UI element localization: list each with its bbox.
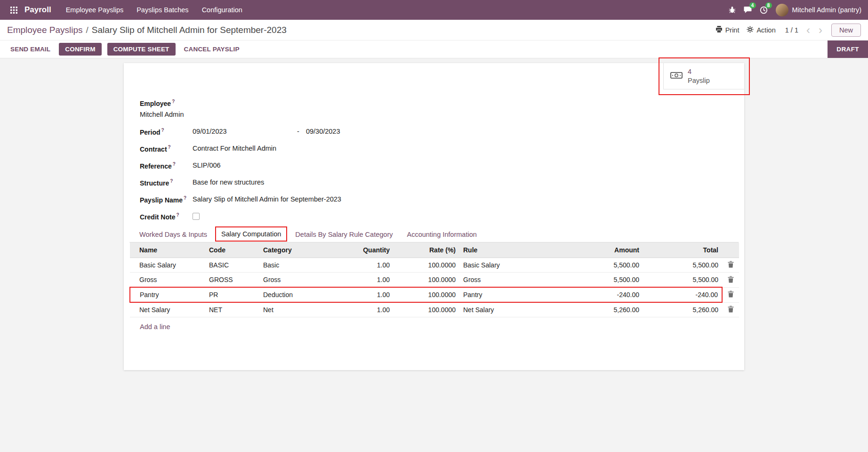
- cell-total: 5,500.00: [643, 258, 722, 273]
- cell-rate: 100.0000: [394, 287, 459, 302]
- nav-menu-configuration[interactable]: Configuration: [197, 3, 248, 17]
- add-line-link[interactable]: Add a line: [140, 323, 170, 331]
- cancel-payslip-button[interactable]: CANCEL PAYSLIP: [178, 46, 245, 53]
- cell-code: NET: [205, 302, 259, 317]
- tab-details-by-salary-rule-category[interactable]: Details By Salary Rule Category: [289, 227, 399, 242]
- cell-rule: Basic Salary: [459, 258, 561, 273]
- pager-previous-icon[interactable]: ‹: [806, 24, 811, 36]
- app-name[interactable]: Payroll: [24, 5, 51, 15]
- cell-quantity: 1.00: [328, 258, 394, 273]
- top-nav: Payroll Employee Payslips Payslips Batch…: [0, 0, 868, 20]
- print-button[interactable]: Print: [715, 26, 739, 34]
- period-end-field[interactable]: 09/30/2023: [306, 128, 340, 135]
- pager-next-icon[interactable]: ›: [818, 24, 823, 36]
- reference-field[interactable]: SLIP/006: [193, 161, 221, 169]
- cell-rule: Pantry: [459, 287, 561, 302]
- table-row-gross[interactable]: Gross GROSS Gross 1.00 100.0000 Gross 5,…: [130, 273, 739, 288]
- contract-field-row: Contract? Contract For Mitchell Admin: [140, 140, 728, 157]
- column-header-category: Category: [259, 242, 328, 258]
- cell-total: 5,500.00: [643, 273, 722, 288]
- activities-clock-icon[interactable]: 8: [760, 6, 768, 14]
- contract-label: Contract?: [140, 145, 193, 153]
- employee-field-block: Employee? Mitchell Admin: [140, 99, 728, 118]
- delete-row-icon[interactable]: [728, 277, 734, 284]
- contract-field[interactable]: Contract For Mitchell Admin: [193, 145, 276, 152]
- cell-total: -240.00: [643, 287, 722, 302]
- nav-menu-employee-payslips[interactable]: Employee Payslips: [61, 3, 129, 17]
- cell-name: Pantry: [130, 287, 205, 302]
- compute-sheet-button[interactable]: COMPUTE SHEET: [107, 43, 176, 56]
- table-row-net-salary[interactable]: Net Salary NET Net 1.00 100.0000 Net Sal…: [130, 302, 739, 317]
- notebook-tabs: Worked Days & Inputs Salary Computation …: [129, 226, 739, 242]
- structure-field-row: Structure? Base for new structures: [140, 174, 728, 191]
- help-marker: ?: [184, 195, 186, 201]
- activities-count-badge: 8: [765, 2, 772, 8]
- payslip-count: 4: [688, 67, 710, 76]
- structure-field[interactable]: Base for new structures: [193, 178, 264, 186]
- breadcrumb-separator: /: [86, 25, 88, 35]
- period-label: Period?: [140, 128, 193, 136]
- column-header-rule: Rule: [459, 242, 561, 258]
- form-sheet: 4 Payslip Employee? Mitchell Admin Perio…: [124, 63, 744, 370]
- cell-rate: 100.0000: [394, 258, 459, 273]
- employee-name-field[interactable]: Mitchell Admin: [140, 111, 728, 119]
- help-marker: ?: [161, 128, 164, 133]
- period-start-field[interactable]: 09/01/2023: [193, 128, 295, 135]
- column-header-amount: Amount: [561, 242, 643, 258]
- delete-row-icon[interactable]: [728, 262, 734, 269]
- statusbar-buttons: SEND EMAIL CONFIRM COMPUTE SHEET CANCEL …: [0, 40, 868, 58]
- breadcrumb: Employee Payslips / Salary Slip of Mitch…: [7, 25, 287, 35]
- column-header-quantity: Quantity: [328, 242, 394, 258]
- tab-worked-days-inputs[interactable]: Worked Days & Inputs: [133, 227, 213, 242]
- help-marker: ?: [176, 212, 179, 218]
- credit-note-checkbox[interactable]: [193, 213, 200, 220]
- action-button[interactable]: Action: [747, 26, 775, 34]
- cell-total: 5,260.00: [643, 302, 722, 317]
- messages-count-badge: 4: [749, 2, 756, 8]
- period-separator: -: [297, 128, 299, 135]
- debug-icon[interactable]: [729, 6, 736, 14]
- table-row-basic-salary[interactable]: Basic Salary BASIC Basic 1.00 100.0000 B…: [130, 258, 739, 273]
- user-avatar: [776, 4, 788, 16]
- nav-menu-payslips-batches[interactable]: Payslips Batches: [131, 3, 193, 17]
- cell-rate: 100.0000: [394, 302, 459, 317]
- pager-value: 1 / 1: [785, 26, 798, 34]
- help-marker: ?: [173, 161, 176, 167]
- tab-accounting-information[interactable]: Accounting Information: [401, 227, 482, 242]
- table-row-pantry[interactable]: Pantry PR Deduction 1.00 100.0000 Pantry…: [130, 287, 739, 302]
- cell-code: BASIC: [205, 258, 259, 273]
- apps-grid-icon[interactable]: [7, 3, 21, 17]
- column-header-code: Code: [205, 242, 259, 258]
- delete-row-icon[interactable]: [728, 307, 734, 314]
- banknote-icon: [670, 71, 683, 81]
- user-menu[interactable]: Mitchell Admin (pantry): [776, 4, 861, 16]
- breadcrumb-parent[interactable]: Employee Payslips: [7, 25, 83, 35]
- structure-label: Structure?: [140, 178, 193, 187]
- reference-field-row: Reference? SLIP/006: [140, 157, 728, 174]
- control-panel: Employee Payslips / Salary Slip of Mitch…: [0, 20, 868, 40]
- cell-amount: 5,260.00: [561, 302, 643, 317]
- cell-category: Gross: [259, 273, 328, 288]
- new-button[interactable]: New: [831, 24, 861, 37]
- credit-note-label: Credit Note?: [140, 212, 193, 221]
- column-header-rate: Rate (%): [394, 242, 459, 258]
- cell-amount: 5,500.00: [561, 258, 643, 273]
- delete-row-icon[interactable]: [728, 291, 734, 299]
- tab-salary-computation[interactable]: Salary Computation: [215, 226, 287, 242]
- payslip-smart-button[interactable]: 4 Payslip: [663, 63, 744, 89]
- payslip-smart-label: Payslip: [688, 76, 710, 85]
- cell-quantity: 1.00: [328, 302, 394, 317]
- printer-icon: [715, 26, 723, 34]
- cell-quantity: 1.00: [328, 273, 394, 288]
- confirm-button[interactable]: CONFIRM: [59, 43, 101, 56]
- help-marker: ?: [170, 178, 173, 184]
- form-view: 4 Payslip Employee? Mitchell Admin Perio…: [0, 63, 868, 452]
- payslip-name-field-row: Payslip Name? Salary Slip of Mitchell Ad…: [140, 191, 728, 208]
- messages-icon[interactable]: 4: [744, 6, 752, 14]
- send-email-button[interactable]: SEND EMAIL: [5, 46, 56, 53]
- payslip-name-field[interactable]: Salary Slip of Mitchell Admin for Septem…: [193, 195, 341, 203]
- user-name: Mitchell Admin (pantry): [792, 6, 861, 14]
- cell-category: Deduction: [259, 287, 328, 302]
- form-fields: Employee? Mitchell Admin Period? 09/01/2…: [124, 63, 744, 225]
- payslip-name-label: Payslip Name?: [140, 195, 193, 204]
